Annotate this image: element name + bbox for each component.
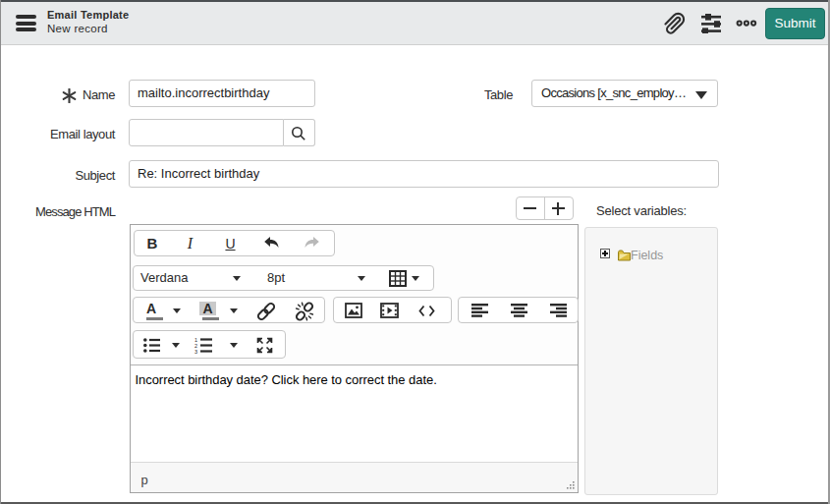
svg-text:3: 3	[194, 349, 197, 354]
